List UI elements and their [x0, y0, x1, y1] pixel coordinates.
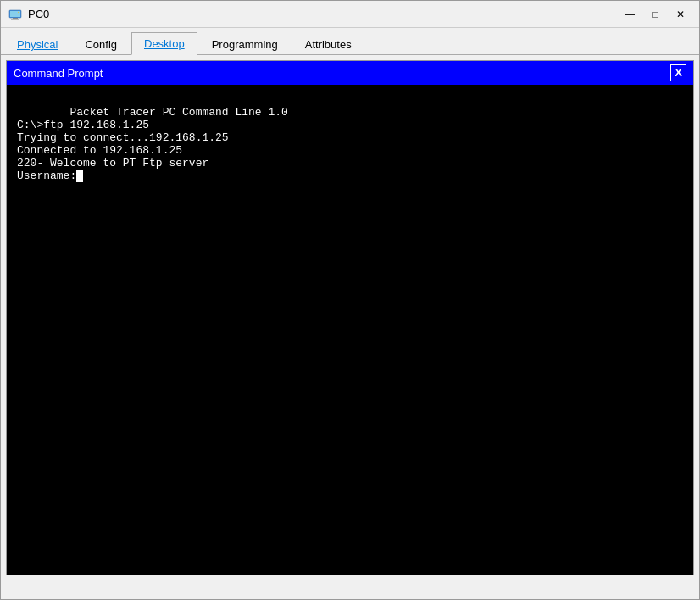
output-line-5: 220- Welcome to PT Ftp server — [17, 157, 208, 169]
status-bar — [1, 581, 699, 599]
svg-rect-2 — [13, 18, 18, 19]
output-line-1: Packet Tracer PC Command Line 1.0 — [69, 106, 287, 119]
command-prompt-titlebar: Command Prompt X — [7, 61, 693, 85]
tab-config[interactable]: Config — [72, 33, 130, 55]
minimize-button[interactable]: — — [618, 5, 642, 24]
tab-bar: Physical Config Desktop Programming Attr… — [1, 28, 699, 55]
main-window: PC0 — □ ✕ Physical Config Desktop Progra… — [0, 0, 700, 600]
output-line-2: C:\>ftp 192.168.1.25 — [17, 119, 149, 131]
command-prompt-title: Command Prompt — [14, 67, 103, 80]
tab-physical[interactable]: Physical — [4, 33, 70, 55]
app-icon — [8, 7, 23, 22]
tab-desktop[interactable]: Desktop — [131, 32, 197, 55]
command-prompt-close-button[interactable]: X — [670, 64, 686, 81]
command-prompt-window: Command Prompt X Packet Tracer PC Comman… — [6, 60, 694, 575]
output-line-4: Connected to 192.168.1.25 — [17, 144, 182, 157]
tab-attributes[interactable]: Attributes — [292, 33, 364, 55]
output-line-6: Username: — [17, 169, 76, 182]
content-area: Command Prompt X Packet Tracer PC Comman… — [1, 55, 699, 581]
title-bar: PC0 — □ ✕ — [1, 1, 699, 28]
window-controls: — □ ✕ — [618, 5, 692, 24]
cursor — [76, 170, 83, 182]
output-line-3: Trying to connect...192.168.1.25 — [17, 131, 229, 144]
maximize-button[interactable]: □ — [643, 5, 667, 24]
window-title: PC0 — [28, 8, 618, 20]
close-button[interactable]: ✕ — [669, 5, 692, 24]
tab-programming[interactable]: Programming — [199, 33, 291, 55]
svg-point-4 — [18, 11, 19, 13]
command-prompt-body[interactable]: Packet Tracer PC Command Line 1.0 C:\>ft… — [7, 85, 693, 575]
svg-rect-3 — [11, 19, 19, 19]
